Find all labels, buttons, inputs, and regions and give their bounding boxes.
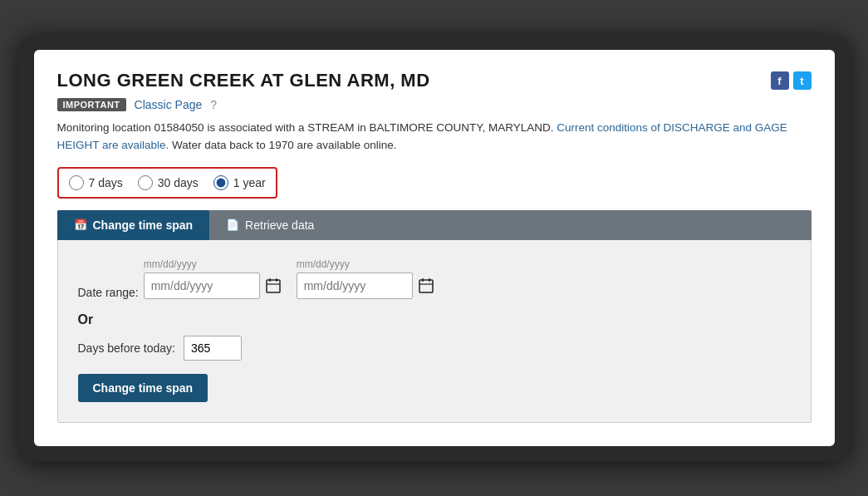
date-end-input[interactable] xyxy=(297,273,413,299)
radio-30days-label: 30 days xyxy=(158,176,199,189)
svg-rect-4 xyxy=(419,280,433,292)
calendar-end-icon xyxy=(418,277,434,294)
date-range-group: Date range: mm/dd/yyyy xyxy=(78,258,791,299)
classic-page-link[interactable]: Classic Page xyxy=(135,98,203,111)
or-label: Or xyxy=(78,312,791,327)
svg-rect-0 xyxy=(267,280,280,292)
page-title: LONG GREEN CREEK AT GLEN ARM, MD xyxy=(57,70,430,91)
date-range-label: Date range: xyxy=(78,286,139,299)
start-input-row xyxy=(144,273,283,299)
panel-body: Date range: mm/dd/yyyy xyxy=(57,240,812,423)
page-content: LONG GREEN CREEK AT GLEN ARM, MD f t IMP… xyxy=(34,50,835,446)
radio-30days[interactable]: 30 days xyxy=(138,175,199,190)
tab-retrieve-data[interactable]: 📄 Retrieve data xyxy=(209,210,331,240)
important-badge: IMPORTANT xyxy=(57,98,126,111)
description-before-link: Monitoring location 01584050 is associat… xyxy=(57,121,557,134)
radio-1year[interactable]: 1 year xyxy=(213,175,266,190)
social-icons: f t xyxy=(771,71,812,90)
twitter-icon[interactable]: t xyxy=(793,71,812,90)
radio-7days-input[interactable] xyxy=(69,175,84,190)
description-after-link: Water data back to 1970 are available on… xyxy=(169,139,396,151)
radio-7days[interactable]: 7 days xyxy=(69,175,123,190)
facebook-icon[interactable]: f xyxy=(771,71,789,90)
radio-30days-input[interactable] xyxy=(138,175,153,190)
radio-1year-input[interactable] xyxy=(213,175,228,190)
start-placeholder-label: mm/dd/yyyy xyxy=(144,258,283,270)
tab-change-time-span-label: Change time span xyxy=(93,219,194,232)
calendar-end-button[interactable] xyxy=(416,276,436,296)
help-icon[interactable]: ? xyxy=(210,98,217,111)
date-start-col: mm/dd/yyyy xyxy=(144,258,283,299)
date-end-col: mm/dd/yyyy xyxy=(297,258,436,299)
date-start-input[interactable] xyxy=(144,273,260,299)
description-text: Monitoring location 01584050 is associat… xyxy=(57,120,812,154)
tabs-bar: 📅 Change time span 📄 Retrieve data xyxy=(57,210,812,240)
calendar-start-icon xyxy=(265,277,282,294)
tab-file-icon: 📄 xyxy=(226,219,239,231)
days-input[interactable] xyxy=(184,336,242,361)
calendar-start-button[interactable] xyxy=(263,276,283,296)
tab-calendar-icon: 📅 xyxy=(74,219,87,231)
badges-row: IMPORTANT Classic Page ? xyxy=(57,98,812,111)
end-input-row xyxy=(297,273,436,299)
tab-retrieve-data-label: Retrieve data xyxy=(245,219,314,232)
radio-group: 7 days 30 days 1 year xyxy=(57,167,277,199)
date-range-full-row: Date range: mm/dd/yyyy xyxy=(78,258,791,299)
change-time-span-button[interactable]: Change time span xyxy=(78,374,208,402)
header-row: LONG GREEN CREEK AT GLEN ARM, MD f t xyxy=(57,70,812,91)
days-row: Days before today: xyxy=(78,336,791,361)
device-frame: LONG GREEN CREEK AT GLEN ARM, MD f t IMP… xyxy=(19,35,850,461)
tab-change-time-span[interactable]: 📅 Change time span xyxy=(57,210,210,240)
radio-1year-label: 1 year xyxy=(233,176,266,189)
end-placeholder-label: mm/dd/yyyy xyxy=(297,258,436,270)
radio-7days-label: 7 days xyxy=(89,176,123,189)
days-label: Days before today: xyxy=(78,341,176,355)
